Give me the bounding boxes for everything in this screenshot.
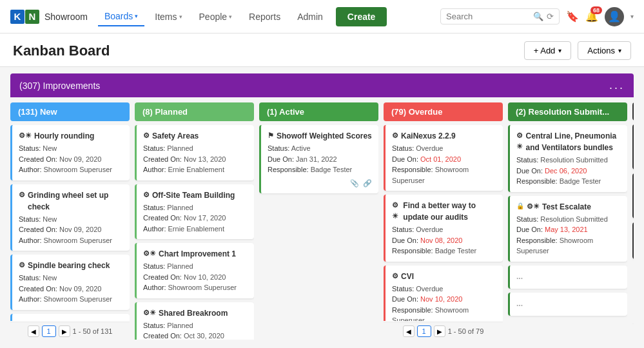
card-title: ⚙Spindle bearing check xyxy=(19,260,123,271)
card: ⚙Grinding wheel set up check Status: New… xyxy=(10,184,130,251)
card-responsible: Responsible: Badge Tester xyxy=(516,176,621,187)
card-title: ⚙Safety Areas xyxy=(143,130,248,142)
topnav: K N Showroom Boards ▾ Items ▾ People ▾ R… xyxy=(0,0,644,34)
card: ⚙ Ag... St... xyxy=(632,222,634,259)
prev-btn[interactable]: ◀ xyxy=(28,325,39,337)
card: ⚙Clamp and locator check Status: New Cre… xyxy=(10,314,130,322)
card-footer: 📎 🔗 xyxy=(268,178,372,189)
card-status: Status: Overdue xyxy=(392,284,496,295)
card: ⚙Safety Areas Status: Planned Created On… xyxy=(135,125,254,180)
card-title: ⚙Off-Site Team Building xyxy=(143,189,248,201)
logo[interactable]: K N Showroom xyxy=(10,10,88,24)
col-planned-body: ⚙Safety Areas Status: Planned Created On… xyxy=(135,125,254,340)
card: ... xyxy=(508,293,627,316)
page-range: 1 - 50 of 131 xyxy=(73,327,113,335)
col-extra-scroll[interactable]: ◀ xyxy=(632,324,634,340)
avatar[interactable]: 👤 xyxy=(605,7,624,26)
attachment-icon: 📎 xyxy=(350,178,359,189)
col-extra-body: ⚙ Sta... Co... Re... ⚙ Ma... Co... Re...… xyxy=(632,124,634,324)
card-title: ⚙☀Hourly rounding xyxy=(19,130,123,142)
col-new-body: ⚙☀Hourly rounding Status: New Created On… xyxy=(10,125,130,321)
nav-boards[interactable]: Boards ▾ xyxy=(98,7,144,26)
bookmark-icon[interactable]: 🔖 xyxy=(566,10,579,23)
col-planned: (8) Planned ⚙Safety Areas Status: Planne… xyxy=(135,102,254,340)
nav-admin[interactable]: Admin xyxy=(291,8,329,26)
card-title: ... xyxy=(516,271,621,282)
kanban-area: (307) Improvements ... (131) New ⚙☀Hourl… xyxy=(0,67,644,345)
card: ... xyxy=(508,266,627,289)
card: ⚙ Sta... Co... Re... xyxy=(632,124,634,169)
people-chevron: ▾ xyxy=(229,14,232,20)
page-num: 1 xyxy=(42,325,56,337)
search-input[interactable] xyxy=(446,12,530,21)
logo-n: N xyxy=(25,10,39,24)
group-header: (307) Improvements ... xyxy=(10,73,634,97)
notification-bell[interactable]: 🔔 68 xyxy=(585,10,598,23)
card-created: Created On: Oct 30, 2020 xyxy=(143,331,248,340)
reports-label: Reports xyxy=(249,12,280,22)
card-status: Status: Planned xyxy=(143,261,248,272)
card-due: Due On: Dec 06, 2020 xyxy=(516,166,621,177)
link-icon: 🔗 xyxy=(363,178,372,189)
boards-chevron: ▾ xyxy=(135,13,138,19)
columns-wrapper: (131) New ⚙☀Hourly rounding Status: New … xyxy=(10,102,634,340)
card-author: Author: Showroom Superuser xyxy=(19,294,123,305)
col-overdue: (79) Overdue ⚙KaiNexus 2.2.9 Status: Ove… xyxy=(384,102,503,340)
nav-items[interactable]: Items ▾ xyxy=(148,8,188,26)
notification-badge: 68 xyxy=(590,6,602,14)
add-button[interactable]: + Add ▾ xyxy=(524,41,572,60)
card: ⚙☀Shared Breakroom Status: Planned Creat… xyxy=(135,302,254,340)
actions-chevron: ▾ xyxy=(618,47,621,54)
card-author: Author: Showroom Superuser xyxy=(19,235,123,246)
col-active-body: ⚑Showoff Weighted Scores Status: Active … xyxy=(259,125,378,340)
card-status: Status: New xyxy=(19,143,123,154)
card-responsible: Responsible: Badge Tester xyxy=(392,246,496,256)
admin-label: Admin xyxy=(297,12,323,22)
create-button[interactable]: Create xyxy=(336,7,387,26)
card-created: Created On: Nov 09, 2020 xyxy=(19,284,123,295)
card-due: Due On: Oct 01, 2020 xyxy=(392,154,496,165)
search-icon: 🔍 xyxy=(533,12,543,21)
card-title: 🔒⚙☀Test Escalate xyxy=(516,201,621,213)
nav-people[interactable]: People ▾ xyxy=(193,8,239,26)
card-status: Status: New xyxy=(19,214,123,225)
actions-button[interactable]: Actions ▾ xyxy=(578,41,631,60)
actions-label: Actions xyxy=(587,46,615,55)
card-title: ⚙CVI xyxy=(392,271,496,282)
card-created: Created On: Nov 10, 2020 xyxy=(143,272,248,283)
card-responsible: Responsible: Badge Tester xyxy=(268,164,372,175)
card-title: ⚙KaiNexus 2.2.9 xyxy=(392,130,496,142)
history-icon[interactable]: ⟳ xyxy=(547,12,554,21)
card: ⚙Spindle bearing check Status: New Creat… xyxy=(10,255,130,310)
col-new: (131) New ⚙☀Hourly rounding Status: New … xyxy=(10,102,130,340)
app-name: Showroom xyxy=(44,12,88,22)
col-extra-header: (8... xyxy=(632,102,634,121)
add-chevron: ▾ xyxy=(558,47,561,54)
card-author: Author: Ernie Enablement xyxy=(143,164,248,175)
avatar-chevron[interactable]: ▾ xyxy=(630,13,634,20)
card: ⚙ Ma... Co... Re... xyxy=(632,173,634,218)
card-created: Created On: Nov 09, 2020 xyxy=(19,224,123,235)
nav-reports[interactable]: Reports xyxy=(242,8,287,26)
overdue-prev-btn[interactable]: ◀ xyxy=(403,325,415,337)
group-dots[interactable]: ... xyxy=(609,79,625,92)
col-overdue-header: (79) Overdue xyxy=(384,102,503,121)
card-title: ⚙☀Shared Breakroom xyxy=(143,307,248,319)
card-responsible: Responsible: Showroom Superuser xyxy=(392,164,496,186)
card-created: Created On: Nov 13, 2020 xyxy=(143,154,248,165)
card-status: Status: New xyxy=(19,273,123,284)
card-due: Due On: Nov 10, 2020 xyxy=(392,294,496,305)
col-overdue-body: ⚙KaiNexus 2.2.9 Status: Overdue Due On: … xyxy=(384,125,503,321)
card-title: ⚑Showoff Weighted Scores xyxy=(268,130,372,142)
card: ⚑Showoff Weighted Scores Status: Active … xyxy=(259,125,378,193)
page-header: Kanban Board + Add ▾ Actions ▾ xyxy=(0,34,644,67)
col-resolution-header: (2) Resolution Submit... xyxy=(508,102,627,121)
overdue-next-btn[interactable]: ▶ xyxy=(434,325,445,337)
card-due: Due On: Jan 31, 2022 xyxy=(268,154,372,165)
search-box[interactable]: 🔍 ⟳ xyxy=(440,8,560,24)
card: 🔒⚙☀Test Escalate Status: Resolution Subm… xyxy=(508,196,627,262)
overdue-page-range: 1 - 50 of 79 xyxy=(448,327,484,335)
col-resolution: (2) Resolution Submit... ⚙☀Central Line,… xyxy=(508,102,627,340)
card-status: Status: Planned xyxy=(143,143,248,154)
next-btn[interactable]: ▶ xyxy=(59,325,70,337)
